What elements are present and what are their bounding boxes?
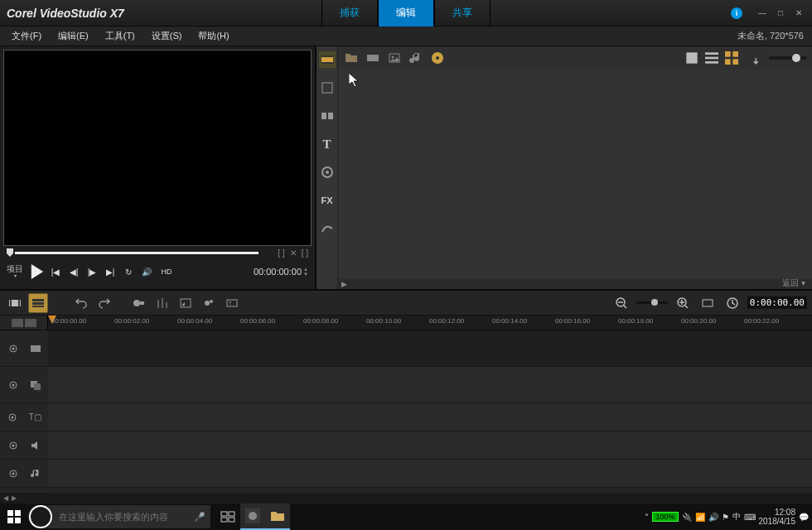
visibility-icon[interactable]: [7, 343, 19, 354]
filter-disc-button[interactable]: [429, 50, 446, 66]
undo-button[interactable]: [71, 293, 91, 313]
minimize-button[interactable]: —: [756, 7, 769, 19]
next-frame-button[interactable]: |▶: [85, 264, 99, 279]
search-box[interactable]: 🎤: [28, 505, 210, 528]
repeat-button[interactable]: ↻: [121, 264, 136, 279]
video-track[interactable]: [48, 330, 812, 367]
split-clip-icon[interactable]: ✕: [290, 248, 297, 258]
menu-tools[interactable]: 工具(T): [97, 26, 143, 46]
zoom-out-button[interactable]: [611, 293, 631, 313]
clock[interactable]: 12:08 2018/4/15: [759, 508, 796, 526]
info-icon[interactable]: i: [731, 7, 742, 19]
motion-track-button[interactable]: [199, 293, 219, 313]
library-expand-handle[interactable]: ▶: [338, 279, 812, 289]
visibility-icon[interactable]: [7, 379, 19, 391]
power-icon[interactable]: 🔌: [682, 513, 692, 522]
ime-indicator[interactable]: 中: [732, 511, 741, 523]
preview-timecode[interactable]: 00:00:00:00 ▲▼: [254, 267, 308, 277]
start-button[interactable]: [0, 504, 28, 530]
tab-capture[interactable]: 捕获: [321, 0, 378, 26]
mark-out-icon[interactable]: [ ]: [302, 248, 308, 258]
wifi-icon[interactable]: 📶: [695, 513, 705, 522]
cat-transition[interactable]: [319, 108, 336, 124]
mark-in-icon[interactable]: [ ]: [278, 248, 284, 258]
scrub-handle-icon[interactable]: [7, 248, 13, 257]
prev-frame-button[interactable]: ◀|: [66, 264, 81, 279]
sort-button[interactable]: [744, 51, 759, 65]
close-button[interactable]: ✕: [792, 7, 805, 19]
library-footer-label[interactable]: 返回 ▾: [782, 277, 805, 289]
zoom-slider[interactable]: [636, 301, 668, 304]
voice-track-head[interactable]: [0, 431, 48, 460]
go-end-button[interactable]: ▶|: [103, 264, 118, 279]
video-track-head[interactable]: [0, 330, 48, 367]
search-input[interactable]: [52, 512, 194, 522]
subtitle-button[interactable]: T: [222, 293, 242, 313]
record-button[interactable]: [129, 293, 149, 313]
tab-share[interactable]: 共享: [434, 0, 491, 26]
timeline-view-button[interactable]: [28, 293, 48, 313]
cat-instant-project[interactable]: [319, 80, 336, 96]
overlay-track-head[interactable]: [0, 367, 48, 403]
fit-project-button[interactable]: [698, 293, 718, 313]
voice-track[interactable]: [48, 431, 812, 460]
menu-settings[interactable]: 设置(S): [143, 26, 191, 46]
library-content[interactable]: [338, 70, 812, 279]
mic-icon[interactable]: 🎤: [194, 512, 210, 523]
app-videostudio-icon[interactable]: [240, 504, 265, 530]
slider-handle-icon[interactable]: [792, 54, 800, 62]
title-track[interactable]: [48, 403, 812, 431]
scroll-left-icon[interactable]: ◀: [3, 494, 8, 502]
music-track[interactable]: [48, 460, 812, 488]
tc-down-icon[interactable]: ▼: [303, 272, 308, 277]
task-view-button[interactable]: [215, 504, 240, 530]
hd-toggle[interactable]: HD: [157, 264, 176, 279]
view-large-icon[interactable]: [684, 51, 699, 65]
tray-expand-icon[interactable]: ˄: [645, 513, 649, 522]
visibility-icon[interactable]: [7, 468, 19, 479]
cortana-icon[interactable]: [29, 505, 52, 528]
maximize-button[interactable]: □: [774, 7, 787, 19]
volume-tray-icon[interactable]: 🔊: [708, 513, 718, 522]
flag-icon[interactable]: ⚑: [722, 513, 729, 522]
menu-file[interactable]: 文件(F): [3, 26, 50, 46]
filter-audio-button[interactable]: [408, 50, 424, 66]
redo-button[interactable]: [94, 293, 114, 313]
title-track-head[interactable]: T▢: [0, 403, 48, 431]
mode-label[interactable]: 项目▾: [7, 265, 23, 278]
cat-filter[interactable]: FX: [319, 192, 336, 209]
view-grid-icon[interactable]: [724, 51, 739, 65]
folder-button[interactable]: [343, 50, 360, 66]
zoom-in-button[interactable]: [673, 293, 693, 313]
view-list-icon[interactable]: [704, 51, 719, 65]
cat-graphic[interactable]: [319, 164, 336, 181]
notifications-icon[interactable]: 💬: [799, 513, 809, 522]
preview-canvas[interactable]: [3, 50, 312, 246]
tab-edit[interactable]: 编辑: [378, 0, 434, 26]
menu-help[interactable]: 帮助(H): [190, 26, 237, 46]
cat-path[interactable]: [319, 220, 336, 237]
timeline-scrollbar[interactable]: ◀ ▶: [0, 493, 812, 503]
cat-title[interactable]: T: [319, 136, 336, 152]
thumbnail-size-slider[interactable]: [769, 56, 807, 60]
cat-media[interactable]: [319, 51, 336, 68]
insert-media-icon[interactable]: [12, 319, 23, 327]
visibility-icon[interactable]: [7, 412, 18, 423]
app-explorer-icon[interactable]: [265, 504, 290, 530]
go-start-button[interactable]: |◀: [48, 264, 63, 279]
mixer-button[interactable]: [152, 293, 172, 313]
storyboard-view-button[interactable]: [5, 293, 25, 313]
scrubber[interactable]: [ ] ✕ [ ]: [3, 248, 312, 258]
batch-convert-icon[interactable]: [25, 319, 36, 327]
overlay-track[interactable]: [48, 367, 812, 403]
scrub-track[interactable]: [15, 252, 259, 254]
filter-video-button[interactable]: [365, 50, 381, 66]
keyboard-icon[interactable]: ⌨: [744, 513, 756, 522]
music-track-head[interactable]: [0, 460, 48, 488]
volume-button[interactable]: 🔊: [139, 264, 154, 279]
play-button[interactable]: [30, 264, 45, 279]
scroll-right-icon[interactable]: ▶: [12, 494, 17, 502]
timeline-ruler[interactable]: 00:00:00.00 00:00:02.00 00:00:04.00 00:0…: [48, 316, 812, 330]
filter-photo-button[interactable]: [386, 50, 403, 66]
visibility-icon[interactable]: [7, 440, 19, 451]
